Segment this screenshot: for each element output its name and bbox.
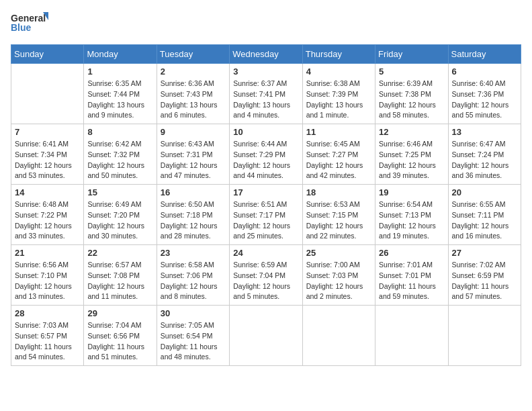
cell-info: and 25 minutes.	[233, 231, 298, 242]
cell-info: and 48 minutes.	[161, 352, 226, 363]
calendar-cell: 4Sunrise: 6:38 AMSunset: 7:39 PMDaylight…	[302, 64, 375, 124]
column-header-sunday: Sunday	[11, 45, 84, 64]
cell-info: Sunset: 7:18 PM	[161, 210, 226, 221]
cell-info: and 22 minutes.	[306, 231, 371, 242]
cell-info: Sunrise: 6:40 AM	[452, 79, 517, 89]
calendar-cell: 27Sunrise: 7:02 AMSunset: 6:59 PMDayligh…	[448, 245, 521, 306]
cell-info: Sunrise: 6:50 AM	[161, 199, 226, 210]
svg-text:Blue: Blue	[11, 22, 32, 33]
calendar-cell: 23Sunrise: 6:58 AMSunset: 7:06 PMDayligh…	[157, 245, 229, 306]
cell-info: Daylight: 12 hours	[379, 100, 444, 111]
cell-info: Sunset: 6:54 PM	[161, 331, 226, 342]
cell-info: Sunset: 7:17 PM	[233, 210, 298, 221]
day-number: 15	[87, 187, 152, 197]
calendar-cell: 25Sunrise: 7:00 AMSunset: 7:03 PMDayligh…	[302, 245, 375, 306]
cell-info: Sunset: 7:03 PM	[306, 271, 371, 281]
cell-info: Daylight: 12 hours	[161, 221, 226, 232]
cell-info: and 54 minutes.	[15, 352, 80, 363]
cell-info: Sunset: 7:10 PM	[15, 271, 80, 281]
cell-info: Sunrise: 6:49 AM	[87, 199, 152, 210]
day-number: 29	[87, 308, 152, 318]
cell-info: Sunrise: 7:03 AM	[15, 320, 80, 331]
cell-info: Sunrise: 7:00 AM	[306, 260, 371, 271]
calendar-cell: 11Sunrise: 6:45 AMSunset: 7:27 PMDayligh…	[302, 124, 375, 185]
cell-info: Sunset: 7:44 PM	[87, 89, 152, 100]
calendar-cell: 21Sunrise: 6:56 AMSunset: 7:10 PMDayligh…	[11, 245, 84, 306]
cell-info: Daylight: 13 hours	[233, 100, 298, 111]
day-number: 2	[161, 66, 226, 77]
calendar-cell: 20Sunrise: 6:55 AMSunset: 7:11 PMDayligh…	[448, 185, 521, 245]
page-header: GeneralBlue	[11, 11, 521, 36]
cell-info: Daylight: 11 hours	[87, 342, 152, 353]
cell-info: Sunset: 7:34 PM	[15, 150, 80, 161]
cell-info: Daylight: 12 hours	[87, 161, 152, 171]
cell-info: Daylight: 11 hours	[15, 342, 80, 353]
cell-info: Sunrise: 6:38 AM	[306, 79, 371, 89]
cell-info: and 4 minutes.	[233, 110, 298, 121]
cell-info: Daylight: 13 hours	[87, 100, 152, 111]
calendar-cell: 24Sunrise: 6:59 AMSunset: 7:04 PMDayligh…	[230, 245, 302, 306]
calendar-cell	[230, 306, 302, 366]
cell-info: Sunrise: 6:42 AM	[87, 139, 152, 150]
calendar-cell: 9Sunrise: 6:43 AMSunset: 7:31 PMDaylight…	[157, 124, 229, 185]
cell-info: Sunset: 7:29 PM	[233, 150, 298, 161]
cell-info: Sunrise: 7:01 AM	[379, 260, 444, 271]
calendar-cell	[11, 64, 84, 124]
day-number: 21	[15, 248, 80, 258]
cell-info: Daylight: 12 hours	[161, 281, 226, 292]
cell-info: Daylight: 12 hours	[87, 281, 152, 292]
cell-info: Sunset: 7:15 PM	[306, 210, 371, 221]
cell-info: and 57 minutes.	[452, 291, 517, 302]
calendar-cell: 28Sunrise: 7:03 AMSunset: 6:57 PMDayligh…	[11, 306, 84, 366]
day-number: 7	[15, 127, 80, 137]
cell-info: Daylight: 12 hours	[15, 161, 80, 171]
day-number: 18	[306, 187, 371, 197]
cell-info: Daylight: 12 hours	[15, 221, 80, 232]
calendar-cell: 26Sunrise: 7:01 AMSunset: 7:01 PMDayligh…	[375, 245, 448, 306]
cell-info: Sunrise: 6:51 AM	[233, 199, 298, 210]
cell-info: Sunset: 7:25 PM	[379, 150, 444, 161]
cell-info: Daylight: 12 hours	[161, 161, 226, 171]
cell-info: Sunrise: 6:41 AM	[15, 139, 80, 150]
cell-info: Daylight: 12 hours	[233, 221, 298, 232]
calendar-cell: 10Sunrise: 6:44 AMSunset: 7:29 PMDayligh…	[230, 124, 302, 185]
cell-info: Sunrise: 6:36 AM	[161, 79, 226, 89]
cell-info: Sunrise: 6:57 AM	[87, 260, 152, 271]
cell-info: Daylight: 12 hours	[306, 161, 371, 171]
day-number: 30	[161, 308, 226, 318]
calendar-week-row: 28Sunrise: 7:03 AMSunset: 6:57 PMDayligh…	[11, 306, 521, 366]
cell-info: Daylight: 11 hours	[379, 281, 444, 292]
calendar-cell: 13Sunrise: 6:47 AMSunset: 7:24 PMDayligh…	[448, 124, 521, 185]
cell-info: Sunrise: 6:35 AM	[87, 79, 152, 89]
cell-info: Sunset: 7:27 PM	[306, 150, 371, 161]
calendar-cell: 5Sunrise: 6:39 AMSunset: 7:38 PMDaylight…	[375, 64, 448, 124]
cell-info: Sunset: 7:01 PM	[379, 271, 444, 281]
column-header-saturday: Saturday	[448, 45, 521, 64]
column-header-tuesday: Tuesday	[157, 45, 229, 64]
cell-info: Daylight: 12 hours	[452, 100, 517, 111]
day-number: 5	[379, 66, 444, 77]
cell-info: and 28 minutes.	[161, 231, 226, 242]
logo: GeneralBlue	[11, 11, 51, 36]
day-number: 24	[233, 248, 298, 258]
day-number: 17	[233, 187, 298, 197]
day-number: 12	[379, 127, 444, 137]
day-number: 26	[379, 248, 444, 258]
cell-info: Sunrise: 6:44 AM	[233, 139, 298, 150]
day-number: 6	[452, 66, 517, 77]
cell-info: Daylight: 12 hours	[306, 281, 371, 292]
day-number: 27	[452, 248, 517, 258]
cell-info: Sunset: 7:24 PM	[452, 150, 517, 161]
day-number: 10	[233, 127, 298, 137]
cell-info: and 50 minutes.	[87, 171, 152, 181]
cell-info: Sunrise: 6:39 AM	[379, 79, 444, 89]
cell-info: and 11 minutes.	[87, 291, 152, 302]
cell-info: Daylight: 13 hours	[161, 100, 226, 111]
cell-info: and 44 minutes.	[233, 171, 298, 181]
calendar-cell: 2Sunrise: 6:36 AMSunset: 7:43 PMDaylight…	[157, 64, 229, 124]
calendar-week-row: 1Sunrise: 6:35 AMSunset: 7:44 PMDaylight…	[11, 64, 521, 124]
cell-info: Sunset: 7:04 PM	[233, 271, 298, 281]
day-number: 25	[306, 248, 371, 258]
day-number: 28	[15, 308, 80, 318]
cell-info: Sunrise: 6:59 AM	[233, 260, 298, 271]
